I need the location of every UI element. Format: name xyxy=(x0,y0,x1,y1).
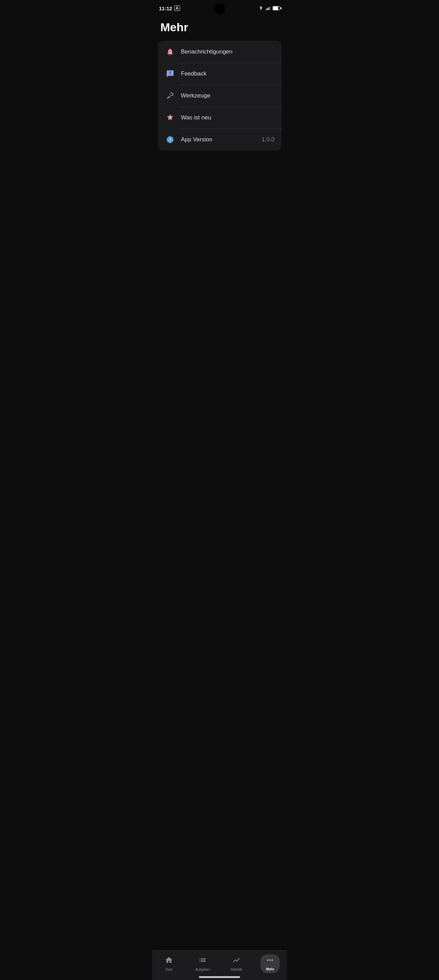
wifi-icon xyxy=(258,6,264,10)
alpha-icon: A xyxy=(174,5,180,11)
menu-item-feedback[interactable]: Feedback xyxy=(158,63,282,85)
new-badge-icon: ! xyxy=(165,112,176,123)
menu-item-whats-new[interactable]: ! Was ist neu xyxy=(158,107,282,129)
camera-notch xyxy=(214,3,225,14)
app-version-value: 1.0.0 xyxy=(261,136,275,143)
menu-item-app-version: i App Version 1.0.0 xyxy=(158,129,282,151)
battery-icon xyxy=(273,6,280,10)
whats-new-label: Was ist neu xyxy=(181,114,275,121)
bell-icon xyxy=(165,46,176,57)
svg-rect-3 xyxy=(269,6,270,10)
svg-rect-1 xyxy=(267,8,268,10)
signal-icon xyxy=(266,6,271,10)
svg-rect-0 xyxy=(266,9,266,10)
status-time: 11:12 xyxy=(159,5,172,11)
svg-text:i: i xyxy=(170,137,171,142)
tools-label: Werkzeuge xyxy=(181,92,275,99)
feedback-label: Feedback xyxy=(181,70,275,77)
svg-rect-2 xyxy=(268,7,269,10)
notifications-label: Benachrichtigungen xyxy=(181,48,275,55)
menu-card: Benachrichtigungen Feedback Werkzeuge xyxy=(158,41,282,151)
svg-text:!: ! xyxy=(170,116,170,119)
app-version-label: App Version xyxy=(181,136,261,143)
menu-item-notifications[interactable]: Benachrichtigungen xyxy=(158,41,282,63)
info-icon: i xyxy=(165,134,176,145)
menu-item-tools[interactable]: Werkzeuge xyxy=(158,85,282,107)
page-title: Mehr xyxy=(152,15,287,41)
status-icons xyxy=(258,6,280,10)
wrench-icon xyxy=(165,90,176,101)
feedback-icon xyxy=(165,68,176,79)
